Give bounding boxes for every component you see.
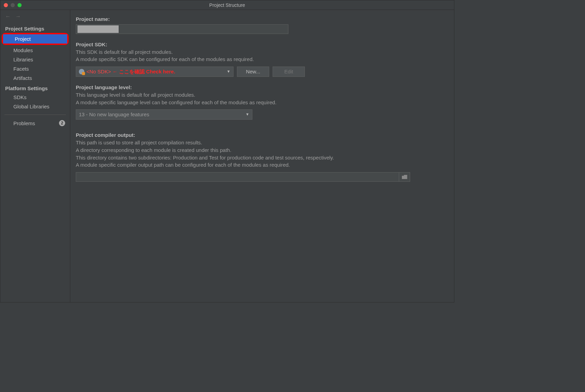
sidebar-item-libraries[interactable]: Libraries bbox=[0, 55, 70, 64]
project-sdk-help2: A module specific SDK can be configured … bbox=[76, 56, 449, 63]
compiler-output-input[interactable] bbox=[76, 172, 399, 182]
project-sdk-label: Project SDK: bbox=[76, 41, 449, 48]
nav-history: ← → bbox=[0, 12, 70, 23]
problems-count-badge: 2 bbox=[59, 120, 65, 126]
project-structure-window: Project Structure ← → Project Settings P… bbox=[0, 0, 454, 302]
window-controls bbox=[4, 3, 22, 7]
project-name-input[interactable] bbox=[76, 24, 288, 34]
forward-icon[interactable]: → bbox=[15, 13, 21, 20]
sidebar: ← → Project Settings Project Modules Lib… bbox=[0, 10, 70, 302]
titlebar: Project Structure bbox=[0, 0, 454, 10]
edit-sdk-button[interactable]: Edit bbox=[273, 67, 305, 77]
annotation-check-here: ← ここを確認 Check here. bbox=[112, 68, 175, 75]
main-panel: Project name: Project SDK: This SDK is d… bbox=[70, 10, 454, 302]
minimize-window-button[interactable] bbox=[11, 3, 15, 7]
chevron-down-icon: ▼ bbox=[246, 112, 249, 117]
language-level-label: Project language level: bbox=[76, 84, 449, 91]
compiler-output-help3: This directory contains two subdirectori… bbox=[76, 154, 449, 162]
annotation-highlight-project: Project bbox=[2, 33, 69, 45]
project-sdk-combobox[interactable]: <No SDK> ← ここを確認 Check here. ▼ bbox=[76, 67, 234, 77]
browse-button[interactable] bbox=[399, 172, 410, 182]
sidebar-item-modules[interactable]: Modules bbox=[0, 46, 70, 55]
sidebar-item-problems[interactable]: Problems 2 bbox=[0, 118, 70, 128]
project-sdk-value: <No SDK> bbox=[86, 68, 111, 75]
zoom-window-button[interactable] bbox=[17, 3, 22, 7]
sidebar-item-project[interactable]: Project bbox=[3, 34, 67, 44]
chevron-down-icon: ▼ bbox=[227, 69, 230, 74]
project-sdk-help1: This SDK is default for all project modu… bbox=[76, 48, 449, 56]
folder-icon bbox=[402, 175, 407, 179]
new-sdk-button[interactable]: New... bbox=[237, 67, 269, 77]
sidebar-section-platform-settings: Platform Settings bbox=[0, 83, 70, 93]
sidebar-item-global-libraries[interactable]: Global Libraries bbox=[0, 102, 70, 111]
sidebar-item-sdks[interactable]: SDKs bbox=[0, 93, 70, 102]
language-level-combobox[interactable]: 13 - No new language features ▼ bbox=[76, 109, 252, 120]
language-level-help1: This language level is default for all p… bbox=[76, 91, 449, 99]
compiler-output-help2: A directory corresponding to each module… bbox=[76, 146, 449, 154]
sidebar-section-project-settings: Project Settings bbox=[0, 23, 70, 33]
text-selection bbox=[77, 25, 119, 33]
language-level-help2: A module specific language level can be … bbox=[76, 99, 449, 106]
back-icon[interactable]: ← bbox=[5, 13, 11, 20]
compiler-output-help1: This path is used to store all project c… bbox=[76, 139, 449, 146]
close-window-button[interactable] bbox=[4, 3, 8, 7]
compiler-output-label: Project compiler output: bbox=[76, 131, 449, 139]
language-level-value: 13 - No new language features bbox=[79, 111, 149, 118]
problems-label: Problems bbox=[13, 120, 35, 126]
sidebar-divider bbox=[4, 115, 66, 115]
sidebar-item-facets[interactable]: Facets bbox=[0, 64, 70, 73]
project-name-label: Project name: bbox=[76, 15, 449, 23]
window-title: Project Structure bbox=[0, 2, 454, 8]
sdk-globe-icon bbox=[79, 69, 84, 74]
compiler-output-help4: A module specific compiler output path c… bbox=[76, 161, 449, 169]
sidebar-item-artifacts[interactable]: Artifacts bbox=[0, 73, 70, 83]
